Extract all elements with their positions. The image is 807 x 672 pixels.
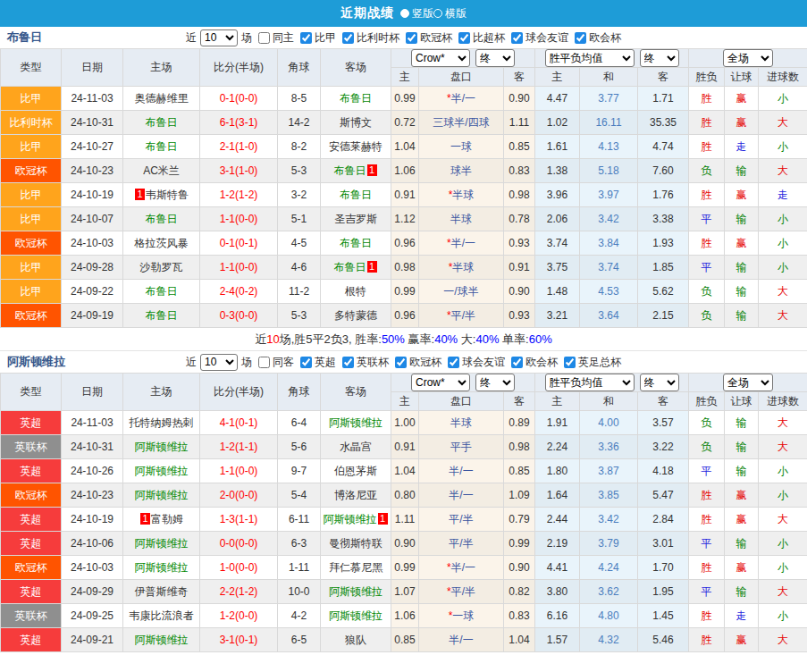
- home-team-name: 阿斯顿维拉: [135, 634, 189, 646]
- draw-avg-value: 3.42: [598, 213, 618, 225]
- away-odds: 0.85: [504, 459, 535, 483]
- layout-radio-vertical[interactable]: 竖版: [400, 6, 433, 21]
- competition-label: 比利时杯: [357, 30, 399, 46]
- filter-bar: 近10场同主比甲比利时杯欧冠杯比超杯球会友谊欧会杯: [186, 29, 621, 46]
- same-venue-checkbox[interactable]: [258, 32, 270, 44]
- draw-avg: 3.84: [580, 231, 638, 256]
- scope-select[interactable]: 全场: [723, 374, 773, 391]
- team-name: 阿斯顿维拉: [7, 354, 65, 370]
- avg-type-select[interactable]: 胜平负均值: [545, 49, 635, 67]
- home-team-name: 沙勒罗瓦: [140, 261, 183, 273]
- competition-checkbox-2[interactable]: [406, 32, 417, 44]
- match-score: 0-1(0-1): [200, 231, 278, 256]
- competition-badge: 比甲: [1, 87, 62, 111]
- handicap-line: 平手: [419, 435, 504, 459]
- same-venue-checkbox[interactable]: [258, 357, 270, 368]
- home-avg: 1.91: [535, 411, 580, 435]
- corner-score: 5-4: [278, 483, 321, 508]
- odds-final-select[interactable]: 终: [475, 49, 515, 67]
- competition-checkbox-1[interactable]: [342, 32, 354, 44]
- away-team: 布鲁日1: [321, 159, 391, 183]
- bookmaker-select[interactable]: Crow*: [411, 49, 470, 67]
- competition-badge: 比甲: [1, 135, 62, 159]
- home-team-name: 布鲁日: [146, 285, 178, 298]
- home-odds: 1.07: [391, 580, 419, 604]
- result-goals: 大: [759, 435, 807, 459]
- draw-avg-value: 3.36: [598, 441, 618, 453]
- draw-avg: 3.74: [580, 256, 638, 280]
- home-team-name: 韦康比流浪者: [130, 609, 194, 622]
- corner-score: 4-6: [278, 256, 321, 280]
- away-avg: 35.35: [638, 111, 689, 135]
- home-avg: 3.75: [535, 256, 580, 280]
- draw-avg: 3.87: [580, 459, 638, 483]
- competition-checkbox-3[interactable]: [448, 357, 459, 368]
- result-wdl: 胜: [689, 483, 725, 508]
- away-odds: 0.83: [504, 604, 535, 628]
- result-handicap: 赢: [725, 183, 759, 207]
- match-count-select[interactable]: 10: [200, 354, 238, 371]
- competition-checkbox-0[interactable]: [300, 32, 312, 44]
- competition-badge: 比利时杯: [1, 111, 62, 135]
- competition-checkbox-2[interactable]: [395, 357, 407, 368]
- result-goals: 小: [759, 231, 807, 256]
- same-venue-label: 同客: [273, 355, 294, 370]
- odds-home-subheader: 主: [391, 68, 419, 87]
- match-date: 24-11-03: [62, 87, 123, 111]
- match-date: 24-10-19: [62, 183, 123, 207]
- away-team: 伯恩茅斯: [321, 459, 391, 483]
- competition-checkbox-4[interactable]: [511, 32, 523, 44]
- away-odds: 1.09: [504, 483, 535, 508]
- result-wdl: 胜: [689, 87, 725, 111]
- handicap-text: 平/半: [449, 513, 473, 525]
- home-avg: 6.16: [535, 604, 580, 628]
- handicap-line: *平/半: [419, 304, 504, 328]
- competition-checkbox-4[interactable]: [511, 357, 523, 368]
- match-row: 英超24-09-21阿斯顿维拉3-1(0-1)6-5狼队0.85半/一1.041…: [1, 628, 807, 652]
- home-team: AC米兰: [123, 159, 200, 183]
- red-card-badge: 1: [140, 513, 150, 525]
- home-avg: 1.38: [535, 159, 580, 183]
- match-score: 4-1(0-1): [200, 411, 278, 435]
- odds-group-header: Crow*终: [391, 49, 535, 68]
- corner-score: 4-2: [278, 604, 321, 628]
- match-score: 1-1(0-0): [200, 459, 278, 483]
- handicap-text: 三球半/四球: [433, 116, 489, 129]
- match-row: 欧冠杯24-10-23阿斯顿维拉2-0(0-0)5-4博洛尼亚0.80半/一1.…: [1, 483, 807, 508]
- layout-radio-horizontal[interactable]: 横版: [433, 6, 467, 21]
- competition-checkbox-1[interactable]: [342, 357, 354, 368]
- match-count-select[interactable]: 10: [200, 29, 238, 46]
- result-goals: 大: [759, 111, 807, 135]
- home-team-name: 托特纳姆热刺: [130, 416, 194, 429]
- draw-avg-value: 4.53: [598, 285, 618, 298]
- home-odds: 0.96: [391, 231, 419, 256]
- away-avg: 2.15: [638, 304, 689, 328]
- result-wdl: 负: [689, 159, 725, 183]
- avg-final-select[interactable]: 终: [640, 374, 679, 391]
- home-avg: 1.57: [535, 628, 580, 652]
- away-team: 圣吉罗斯: [321, 207, 391, 231]
- away-team: 阿斯顿维拉1: [321, 508, 391, 532]
- draw-avg-value: 16.11: [595, 116, 621, 129]
- competition-checkbox-0[interactable]: [300, 357, 312, 368]
- summary-part: 大:: [458, 332, 475, 346]
- competition-label: 欧会杯: [589, 30, 621, 46]
- handicap-line: 一球: [419, 135, 504, 159]
- competition-checkbox-5[interactable]: [564, 357, 576, 368]
- competition-badge: 英超: [1, 628, 62, 652]
- avg-final-select[interactable]: 终: [640, 49, 679, 67]
- match-row: 英联杯24-10-31阿斯顿维拉1-2(1-1)5-6水晶宫0.91平手0.98…: [1, 435, 807, 459]
- home-odds: 0.91: [391, 183, 419, 207]
- competition-checkbox-5[interactable]: [575, 32, 586, 44]
- away-odds: 1.04: [504, 628, 535, 652]
- match-date: 24-09-28: [62, 256, 123, 280]
- competition-checkbox-3[interactable]: [458, 32, 470, 44]
- result-goals: 大: [759, 628, 807, 652]
- summary-part: 近: [255, 332, 266, 346]
- avg-type-select[interactable]: 胜平负均值: [545, 374, 635, 391]
- scope-select[interactable]: 全场: [723, 49, 773, 67]
- away-team-name: 伯恩茅斯: [334, 465, 377, 477]
- corner-score: 6-11: [278, 508, 321, 532]
- bookmaker-select[interactable]: Crow*: [411, 374, 470, 391]
- odds-final-select[interactable]: 终: [475, 374, 515, 391]
